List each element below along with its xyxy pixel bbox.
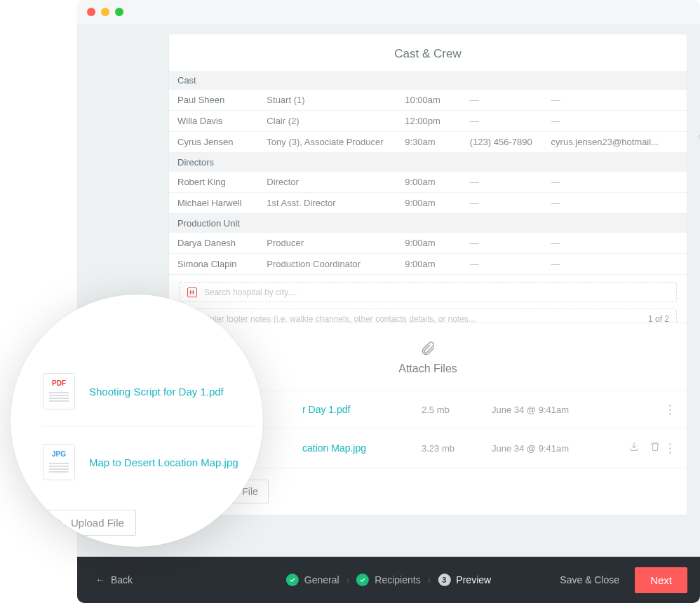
table-cell: Producer: [258, 233, 396, 254]
step-general[interactable]: General: [286, 574, 339, 586]
file-icon: PDF: [43, 373, 75, 409]
check-icon: [356, 574, 369, 586]
cast-crew-panel: Cast & Crew CastPaul SheenStuart (1)10:0…: [168, 34, 687, 347]
table-cell: Paul Sheen: [169, 90, 258, 111]
hospital-placeholder: Search hospital by city....: [204, 287, 297, 297]
table-cell: Director: [258, 172, 396, 193]
table-cell: Michael Harwell: [169, 193, 258, 214]
table-cell: —: [462, 172, 543, 193]
table-row[interactable]: Darya DaneshProducer9:00am——: [169, 233, 687, 254]
footer-bar: ← Back General › Recipients › 3 Preview …: [77, 557, 700, 603]
file-size: 2.5 mb: [422, 405, 492, 415]
table-cell: Cyrus Jensen: [169, 132, 258, 153]
paperclip-icon: [169, 340, 687, 360]
step-preview[interactable]: 3 Preview: [438, 574, 491, 586]
chevron-right-icon: ›: [428, 574, 431, 585]
table-cell: (123) 456-7890: [462, 132, 543, 153]
table-cell: —: [543, 233, 687, 254]
window-close-icon[interactable]: [87, 8, 95, 16]
trash-icon[interactable]: [649, 441, 661, 455]
table-cell: —: [543, 254, 687, 275]
group-header: Cast: [169, 71, 687, 90]
more-icon[interactable]: [669, 443, 671, 454]
table-cell: Robert King: [169, 172, 258, 193]
table-cell: cyrus.jensen23@hotmail...: [543, 132, 687, 153]
window-zoom-icon[interactable]: [115, 8, 123, 16]
back-label: Back: [111, 574, 133, 585]
table-cell: Tony (3), Associate Producer: [258, 132, 396, 153]
table-row[interactable]: Willa DavisClair (2)12:00pm——: [169, 111, 687, 132]
hospital-icon: H: [187, 287, 197, 297]
table-cell: 12:00pm: [396, 111, 462, 132]
table-row[interactable]: Robert KingDirector9:00am——: [169, 172, 687, 193]
zoom-lens: PDF Shooting Script for Day 1.pdf JPG Ma…: [11, 294, 263, 547]
more-icon[interactable]: [669, 405, 671, 415]
table-cell: Clair (2): [258, 111, 396, 132]
arrow-left-icon: ←: [95, 574, 105, 585]
table-cell: Willa Davis: [169, 111, 258, 132]
zoom-file-name[interactable]: Map to Desert Location Map.jpg: [89, 456, 238, 468]
file-date: June 34 @ 9:41am: [492, 405, 661, 415]
table-cell: Production Coordinator: [258, 254, 396, 275]
table-row[interactable]: Simona ClapinProduction Coordinator9:00a…: [169, 254, 687, 275]
table-cell: 9:30am: [396, 132, 462, 153]
cast-crew-table: CastPaul SheenStuart (1)10:00am——Willa D…: [169, 71, 687, 275]
file-ext-label: JPG: [52, 450, 66, 458]
table-cell: Darya Danesh: [169, 233, 258, 254]
window-titlebar: [77, 0, 700, 24]
file-size: 3.23 mb: [422, 443, 492, 454]
table-row[interactable]: Cyrus JensenTony (3), Associate Producer…: [169, 132, 687, 153]
step-number-badge: 3: [438, 574, 450, 586]
table-cell: 9:00am: [396, 254, 462, 275]
table-cell: —: [543, 90, 687, 111]
window-minimize-icon[interactable]: [101, 8, 109, 16]
table-cell: 9:00am: [396, 193, 462, 214]
table-cell: —: [462, 111, 543, 132]
next-button[interactable]: Next: [635, 567, 687, 593]
chevron-right-icon: ›: [346, 574, 350, 585]
table-row[interactable]: Michael Harwell1st Asst. Director9:00am—…: [169, 193, 687, 214]
table-cell: —: [543, 193, 687, 214]
file-date: June 34 @ 9:41am: [492, 443, 628, 454]
table-cell: 9:00am: [396, 172, 462, 193]
file-ext-label: PDF: [52, 379, 66, 387]
zoom-upload-label: Upload File: [71, 517, 124, 529]
download-icon[interactable]: [628, 441, 640, 455]
table-row[interactable]: Paul SheenStuart (1)10:00am——: [169, 90, 687, 111]
back-button[interactable]: ← Back: [95, 574, 133, 585]
zoom-upload-button[interactable]: Upload File: [44, 510, 136, 536]
group-header: Directors: [169, 153, 687, 172]
wizard-steps: General › Recipients › 3 Preview: [286, 574, 491, 586]
table-cell: Stuart (1): [258, 90, 396, 111]
table-cell: —: [543, 172, 687, 193]
table-cell: 10:00am: [396, 90, 462, 111]
zoom-file-name[interactable]: Shooting Script for Day 1.pdf: [89, 386, 224, 398]
file-icon: JPG: [43, 444, 75, 480]
save-close-button[interactable]: Save & Close: [560, 574, 619, 585]
table-cell: —: [462, 254, 543, 275]
table-cell: 1st Asst. Director: [258, 193, 396, 214]
zoom-file-row: JPG Map to Desert Location Map.jpg: [43, 427, 253, 497]
table-cell: Simona Clapin: [169, 254, 258, 275]
check-icon: [286, 574, 299, 586]
table-cell: —: [462, 233, 543, 254]
zoom-file-row: PDF Shooting Script for Day 1.pdf: [43, 356, 253, 427]
table-cell: 9:00am: [396, 233, 462, 254]
table-cell: —: [462, 193, 543, 214]
table-cell: —: [462, 90, 543, 111]
group-header: Production Unit: [169, 214, 687, 233]
cast-crew-title: Cast & Crew: [169, 47, 687, 61]
hospital-search-input[interactable]: H Search hospital by city....: [179, 282, 677, 302]
step-recipients[interactable]: Recipients: [356, 574, 420, 586]
table-cell: —: [543, 111, 687, 132]
